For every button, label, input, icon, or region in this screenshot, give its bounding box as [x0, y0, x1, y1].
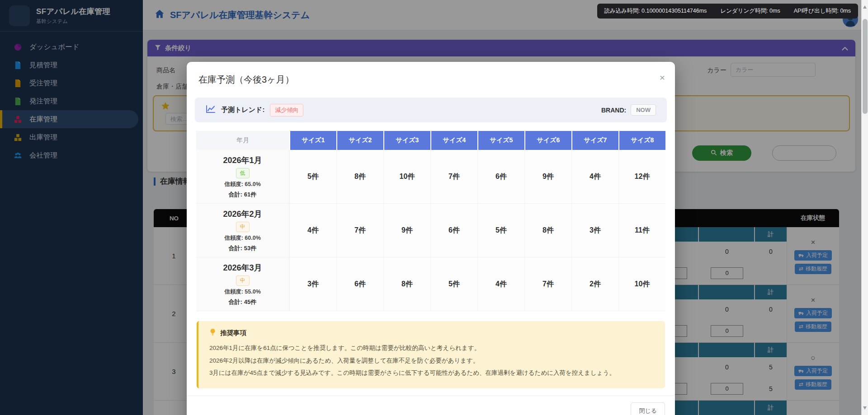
forecast-table: 年月 サイズ1 サイズ2 サイズ3 サイズ4 サイズ5 サイズ6 サイズ7 サイ…	[196, 131, 665, 311]
modal-header: 在庫予測（今後3ヶ月） ×	[187, 62, 675, 94]
forecast-value: 8件	[383, 257, 430, 311]
total-text: 合計: 45件	[229, 298, 256, 306]
size-column-header: サイズ6	[524, 131, 571, 150]
forecast-row: 2026年3月 中 信頼度: 55.0% 合計: 45件 3件 6件 8件 5件…	[196, 257, 665, 311]
total-text: 合計: 61件	[229, 191, 256, 199]
scrollbar-thumb[interactable]	[863, 19, 868, 114]
forecast-value: 9件	[524, 150, 571, 203]
forecast-value: 3件	[571, 204, 618, 257]
scroll-down-arrow[interactable]	[863, 406, 867, 410]
confidence-level-badge: 中	[236, 222, 250, 232]
forecast-value: 4件	[571, 150, 618, 203]
brand-label: BRAND:	[601, 107, 626, 114]
recommendation-line: 2026年2月以降は在庫が減少傾向にあるため、入荷量を調整して在庫不足を防ぐ必要…	[209, 354, 654, 367]
forecast-value: 6件	[336, 257, 383, 311]
size-column-header: サイズ8	[618, 131, 665, 150]
confidence-level-badge: 低	[236, 168, 250, 178]
chart-line-icon	[206, 105, 216, 116]
forecast-value: 8件	[336, 150, 383, 203]
trend-bar: 予測トレンド: 減少傾向 BRAND: NOW	[195, 98, 667, 122]
month-cell: 2026年1月 低 信頼度: 65.0% 合計: 61件	[196, 150, 289, 203]
forecast-value: 10件	[618, 257, 665, 311]
size-column-header: サイズ3	[383, 131, 430, 150]
forecast-row: 2026年1月 低 信頼度: 65.0% 合計: 61件 5件 8件 10件 7…	[196, 150, 665, 204]
recommendation-title: 推奨事項	[220, 329, 246, 337]
month-label: 2026年2月	[223, 209, 262, 219]
recommendation-line: 3月には在庫が45点まで減少する見込みです。この時期は需要がさらに低下する可能性…	[209, 367, 654, 379]
close-icon[interactable]: ×	[660, 73, 665, 82]
month-label: 2026年3月	[223, 262, 262, 273]
month-cell: 2026年2月 中 信頼度: 60.0% 合計: 53件	[196, 204, 289, 257]
forecast-value: 5件	[430, 257, 477, 311]
confidence-text: 信頼度: 60.0%	[224, 234, 261, 242]
forecast-value: 5件	[477, 204, 524, 257]
forecast-value: 7件	[430, 150, 477, 203]
forecast-value: 6件	[430, 204, 477, 257]
forecast-value: 5件	[289, 150, 336, 203]
recommendation-line: 2026年1月に在庫を61点に保つことを推奨します。この時期は需要が比較的高いと…	[209, 342, 654, 354]
recommendation-box: 推奨事項 2026年1月に在庫を61点に保つことを推奨します。この時期は需要が比…	[197, 321, 665, 388]
lightbulb-icon	[209, 328, 216, 337]
size-column-header: サイズ2	[336, 131, 383, 150]
forecast-value: 12件	[618, 150, 665, 203]
month-cell: 2026年3月 中 信頼度: 55.0% 合計: 45件	[196, 257, 289, 311]
forecast-table-header: 年月 サイズ1 サイズ2 サイズ3 サイズ4 サイズ5 サイズ6 サイズ7 サイ…	[196, 131, 665, 150]
api-time: API呼び出し時間: 0ms	[794, 7, 851, 15]
forecast-value: 7件	[336, 204, 383, 257]
size-column-header: サイズ4	[430, 131, 477, 150]
forecast-value: 7件	[524, 257, 571, 311]
forecast-value: 6件	[477, 150, 524, 203]
scroll-up-arrow[interactable]	[863, 5, 867, 9]
performance-bar: 読み込み時間: 0.10000014305114746ms レンダリング時間: …	[597, 4, 859, 19]
month-label: 2026年1月	[223, 155, 262, 166]
forecast-value: 10件	[383, 150, 430, 203]
forecast-value: 3件	[289, 257, 336, 311]
confidence-text: 信頼度: 55.0%	[224, 288, 261, 296]
forecast-row: 2026年2月 中 信頼度: 60.0% 合計: 53件 4件 7件 9件 6件…	[196, 204, 665, 257]
trend-label: 予測トレンド:	[221, 106, 264, 114]
render-time: レンダリング時間: 0ms	[720, 7, 780, 15]
forecast-value: 2件	[571, 257, 618, 311]
forecast-value: 4件	[289, 204, 336, 257]
size-column-header: サイズ5	[477, 131, 524, 150]
month-column-header: 年月	[196, 131, 289, 150]
modal-title: 在庫予測（今後3ヶ月）	[198, 75, 294, 84]
confidence-text: 信頼度: 65.0%	[224, 181, 261, 188]
scrollbar[interactable]	[861, 0, 868, 415]
app-root: SFアパレル在庫管理 基幹システム ダッシュボード 見積管理	[0, 0, 868, 415]
forecast-modal: 在庫予測（今後3ヶ月） × 予測トレンド: 減少傾向 BRAND: NOW 年月…	[187, 62, 675, 415]
load-time: 読み込み時間: 0.10000014305114746ms	[604, 7, 707, 15]
forecast-value: 4件	[477, 257, 524, 311]
confidence-level-badge: 中	[236, 275, 250, 286]
modal-footer: 閉じる	[187, 396, 675, 415]
total-text: 合計: 53件	[229, 244, 256, 252]
close-button[interactable]: 閉じる	[631, 402, 665, 415]
trend-badge: 減少傾向	[270, 104, 303, 117]
brand-value-badge: NOW	[631, 104, 656, 116]
forecast-value: 8件	[524, 204, 571, 257]
forecast-value: 9件	[383, 204, 430, 257]
forecast-value: 11件	[618, 204, 665, 257]
size-column-header: サイズ1	[289, 131, 336, 150]
size-column-header: サイズ7	[571, 131, 618, 150]
